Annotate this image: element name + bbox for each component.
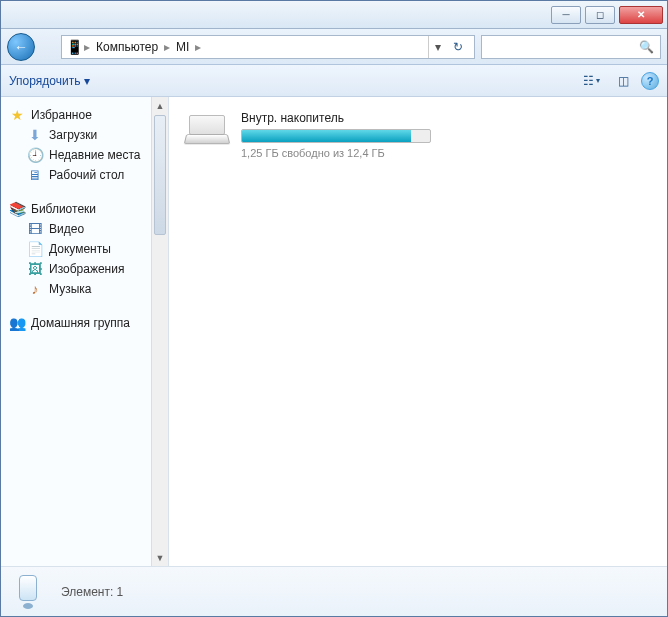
drive-info: Внутр. накопитель 1,25 ГБ свободно из 12… xyxy=(241,109,653,159)
refresh-icon: ↻ xyxy=(453,40,463,54)
recent-icon: 🕘 xyxy=(27,147,43,163)
organize-menu[interactable]: Упорядочить ▾ xyxy=(9,74,90,88)
capacity-bar xyxy=(241,129,431,143)
drive-subtitle: 1,25 ГБ свободно из 12,4 ГБ xyxy=(241,147,653,159)
sidebar-item-recent[interactable]: 🕘 Недавние места xyxy=(1,145,168,165)
video-icon: 🎞 xyxy=(27,221,43,237)
device-status-icon xyxy=(13,573,49,611)
search-icon: 🔍 xyxy=(639,40,654,54)
preview-pane-button[interactable]: ◫ xyxy=(609,70,637,92)
maximize-button[interactable]: ◻ xyxy=(585,6,615,24)
downloads-label: Загрузки xyxy=(49,128,97,142)
status-bar: Элемент: 1 xyxy=(1,566,667,616)
chevron-down-icon: ▾ xyxy=(596,76,600,85)
scroll-up-icon[interactable]: ▲ xyxy=(152,97,168,114)
sidebar-item-libraries[interactable]: 📚 Библиотеки xyxy=(1,199,168,219)
address-bar[interactable]: 📱 ▸ Компьютер ▸ MI ▸ ▾ ↻ xyxy=(61,35,475,59)
preview-pane-icon: ◫ xyxy=(618,74,629,88)
help-icon: ? xyxy=(647,75,654,87)
libraries-label: Библиотеки xyxy=(31,202,96,216)
breadcrumb-separator-icon: ▸ xyxy=(162,40,172,54)
drive-name: Внутр. накопитель xyxy=(241,111,653,125)
music-icon: ♪ xyxy=(27,281,43,297)
close-button[interactable]: ✕ xyxy=(619,6,663,24)
music-label: Музыка xyxy=(49,282,91,296)
documents-label: Документы xyxy=(49,242,111,256)
navigation-sidebar: ★ Избранное ⬇ Загрузки 🕘 Недавние места … xyxy=(1,97,169,566)
scrollbar-thumb[interactable] xyxy=(154,115,166,235)
sidebar-scrollbar[interactable]: ▲ ▼ xyxy=(151,97,168,566)
nav-buttons: ← → xyxy=(7,33,55,61)
breadcrumb-separator-icon: ▸ xyxy=(82,40,92,54)
libraries-group: 📚 Библиотеки 🎞 Видео 📄 Документы 🖼 Изобр… xyxy=(1,199,168,299)
drive-icon xyxy=(183,109,231,149)
window-controls: ─ ◻ ✕ xyxy=(551,6,663,24)
content-pane: Внутр. накопитель 1,25 ГБ свободно из 12… xyxy=(169,97,667,566)
favorites-label: Избранное xyxy=(31,108,92,122)
toolbar: Упорядочить ▾ ☷ ▾ ◫ ? xyxy=(1,65,667,97)
explorer-window: ─ ◻ ✕ ← → 📱 ▸ Компьютер ▸ MI ▸ ▾ xyxy=(0,0,668,617)
back-button[interactable]: ← xyxy=(7,33,35,61)
search-input[interactable]: 🔍 xyxy=(481,35,661,59)
refresh-button[interactable]: ↻ xyxy=(446,36,470,58)
organize-label: Упорядочить xyxy=(9,74,80,88)
recent-label: Недавние места xyxy=(49,148,140,162)
sidebar-item-downloads[interactable]: ⬇ Загрузки xyxy=(1,125,168,145)
video-label: Видео xyxy=(49,222,84,236)
breadcrumb-mi[interactable]: MI xyxy=(172,40,193,54)
downloads-icon: ⬇ xyxy=(27,127,43,143)
address-row: ← → 📱 ▸ Компьютер ▸ MI ▸ ▾ ↻ 🔍 xyxy=(1,29,667,65)
favorites-group: ★ Избранное ⬇ Загрузки 🕘 Недавние места … xyxy=(1,105,168,185)
sidebar-item-documents[interactable]: 📄 Документы xyxy=(1,239,168,259)
help-button[interactable]: ? xyxy=(641,72,659,90)
desktop-icon: 🖥 xyxy=(27,167,43,183)
body: ★ Избранное ⬇ Загрузки 🕘 Недавние места … xyxy=(1,97,667,566)
homegroup-group: 👥 Домашняя группа xyxy=(1,313,168,333)
star-icon: ★ xyxy=(9,107,25,123)
title-bar: ─ ◻ ✕ xyxy=(1,1,667,29)
desktop-label: Рабочий стол xyxy=(49,168,124,182)
arrow-left-icon: ← xyxy=(14,39,28,55)
homegroup-label: Домашняя группа xyxy=(31,316,130,330)
arrow-right-icon: → xyxy=(36,39,50,55)
capacity-fill xyxy=(242,130,411,142)
sidebar-item-images[interactable]: 🖼 Изображения xyxy=(1,259,168,279)
homegroup-icon: 👥 xyxy=(9,315,25,331)
drive-item-internal-storage[interactable]: Внутр. накопитель 1,25 ГБ свободно из 12… xyxy=(183,109,653,159)
chevron-down-icon: ▾ xyxy=(84,74,90,88)
images-label: Изображения xyxy=(49,262,124,276)
sidebar-item-favorites[interactable]: ★ Избранное xyxy=(1,105,168,125)
sidebar-item-homegroup[interactable]: 👥 Домашняя группа xyxy=(1,313,168,333)
device-icon: 📱 xyxy=(66,39,82,55)
minimize-button[interactable]: ─ xyxy=(551,6,581,24)
breadcrumb-separator-icon: ▸ xyxy=(193,40,203,54)
scroll-down-icon[interactable]: ▼ xyxy=(152,549,168,566)
address-dropdown-button[interactable]: ▾ xyxy=(428,36,446,58)
sidebar-item-desktop[interactable]: 🖥 Рабочий стол xyxy=(1,165,168,185)
status-text: Элемент: 1 xyxy=(61,585,123,599)
libraries-icon: 📚 xyxy=(9,201,25,217)
breadcrumb-computer[interactable]: Компьютер xyxy=(92,40,162,54)
chevron-down-icon: ▾ xyxy=(435,40,441,54)
documents-icon: 📄 xyxy=(27,241,43,257)
sidebar-item-music[interactable]: ♪ Музыка xyxy=(1,279,168,299)
sidebar-item-video[interactable]: 🎞 Видео xyxy=(1,219,168,239)
view-options-icon: ☷ xyxy=(583,74,594,88)
images-icon: 🖼 xyxy=(27,261,43,277)
view-options-button[interactable]: ☷ ▾ xyxy=(577,70,605,92)
